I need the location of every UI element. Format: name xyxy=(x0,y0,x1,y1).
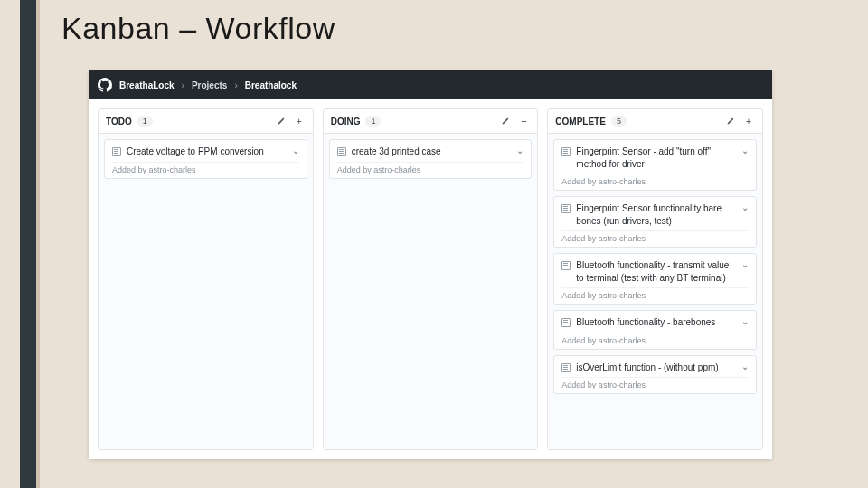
chevron-down-icon[interactable]: ⌄ xyxy=(738,361,749,371)
kanban-card[interactable]: Fingerprint Sensor functionality bare bo… xyxy=(553,196,757,248)
board-column: DOING1+create 3d printed case⌄Added by a… xyxy=(323,108,539,450)
column-body: Create voltage to PPM conversion⌄Added b… xyxy=(99,134,313,449)
card-title: Fingerprint Sensor functionality bare bo… xyxy=(576,202,732,227)
card-title: Bluetooth functionality - barebones xyxy=(576,316,732,329)
card-meta: Added by astro-charles xyxy=(561,377,749,389)
chevron-right-icon: › xyxy=(182,80,184,90)
column-title: TODO xyxy=(106,117,132,127)
column-title: COMPLETE xyxy=(555,117,606,127)
github-project-board: BreathaLock › Projects › Breathalock TOD… xyxy=(89,70,772,459)
accent-bar xyxy=(20,0,36,488)
column-body: create 3d printed case⌄Added by astro-ch… xyxy=(324,134,538,449)
slide: Kanban – Workflow BreathaLock › Projects… xyxy=(0,0,868,488)
topbar: BreathaLock › Projects › Breathalock xyxy=(89,70,772,99)
note-icon xyxy=(337,147,346,156)
breadcrumb-project-name[interactable]: Breathalock xyxy=(245,80,297,90)
card-title: Bluetooth functionality - transmit value… xyxy=(576,259,732,284)
column-header: COMPLETE5+ xyxy=(548,109,762,134)
chevron-down-icon[interactable]: ⌄ xyxy=(738,259,749,269)
card-title: isOverLimit function - (without ppm) xyxy=(576,361,732,374)
note-icon xyxy=(561,204,571,213)
card-meta: Added by astro-charles xyxy=(561,174,749,186)
column-header: TODO1+ xyxy=(99,109,313,134)
breadcrumb-org[interactable]: BreathaLock xyxy=(119,80,175,90)
github-logo-icon xyxy=(98,78,112,92)
note-icon xyxy=(561,363,571,372)
kanban-card[interactable]: Create voltage to PPM conversion⌄Added b… xyxy=(104,139,307,179)
card-title: Fingerprint Sensor - add "turn off" meth… xyxy=(576,145,732,170)
card-meta: Added by astro-charles xyxy=(561,287,749,300)
pencil-icon[interactable] xyxy=(275,115,288,127)
column-header: DOING1+ xyxy=(324,109,538,134)
board-column: TODO1+Create voltage to PPM conversion⌄A… xyxy=(98,108,314,450)
add-card-button[interactable]: + xyxy=(517,115,530,127)
card-meta: Added by astro-charles xyxy=(112,162,299,174)
note-icon xyxy=(112,147,121,156)
column-count-badge: 1 xyxy=(365,116,381,127)
chevron-down-icon[interactable]: ⌄ xyxy=(288,145,299,155)
kanban-board: TODO1+Create voltage to PPM conversion⌄A… xyxy=(89,99,772,459)
kanban-card[interactable]: isOverLimit function - (without ppm)⌄Add… xyxy=(553,355,757,395)
column-title: DOING xyxy=(331,117,361,127)
kanban-card[interactable]: create 3d printed case⌄Added by astro-ch… xyxy=(329,139,533,179)
slide-title: Kanban – Workflow xyxy=(61,11,335,46)
chevron-down-icon[interactable]: ⌄ xyxy=(738,145,749,155)
pencil-icon[interactable] xyxy=(724,115,737,127)
column-body: Fingerprint Sensor - add "turn off" meth… xyxy=(548,134,762,449)
kanban-card[interactable]: Fingerprint Sensor - add "turn off" meth… xyxy=(553,139,757,191)
card-title: Create voltage to PPM conversion xyxy=(127,145,283,158)
add-card-button[interactable]: + xyxy=(742,115,755,127)
pencil-icon[interactable] xyxy=(499,115,512,127)
breadcrumb-projects[interactable]: Projects xyxy=(192,80,227,90)
add-card-button[interactable]: + xyxy=(293,115,306,127)
card-title: create 3d printed case xyxy=(352,145,508,158)
column-count-badge: 5 xyxy=(611,116,627,127)
board-column: COMPLETE5+Fingerprint Sensor - add "turn… xyxy=(547,108,763,450)
kanban-card[interactable]: Bluetooth functionality - transmit value… xyxy=(553,253,757,305)
chevron-down-icon[interactable]: ⌄ xyxy=(738,316,749,326)
card-meta: Added by astro-charles xyxy=(561,230,749,243)
note-icon xyxy=(561,147,571,156)
card-meta: Added by astro-charles xyxy=(337,162,524,174)
chevron-right-icon: › xyxy=(234,80,237,90)
kanban-card[interactable]: Bluetooth functionality - barebones⌄Adde… xyxy=(553,310,757,350)
note-icon xyxy=(561,261,571,270)
chevron-down-icon[interactable]: ⌄ xyxy=(738,202,749,212)
chevron-down-icon[interactable]: ⌄ xyxy=(513,145,524,155)
note-icon xyxy=(561,318,571,327)
card-meta: Added by astro-charles xyxy=(561,333,749,345)
column-count-badge: 1 xyxy=(137,116,153,127)
